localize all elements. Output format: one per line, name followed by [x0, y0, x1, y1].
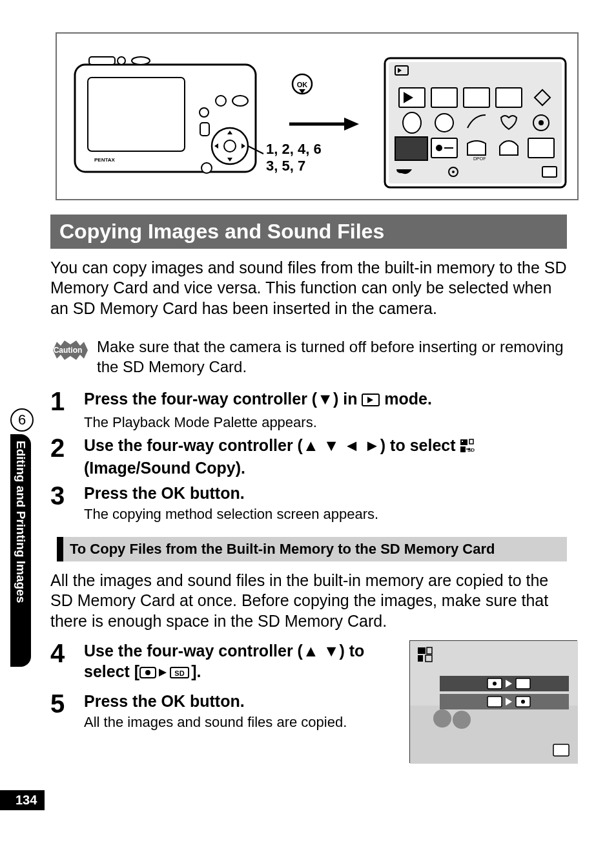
- svg-rect-46: [460, 439, 467, 445]
- step-3-title: Press the OK button.: [84, 483, 567, 504]
- svg-rect-70: [440, 694, 569, 709]
- svg-rect-49: [460, 446, 466, 452]
- svg-point-31: [539, 121, 543, 125]
- step-4-title: Use the four-way controller (▲ ▼) to sel…: [84, 640, 390, 684]
- svg-point-27: [403, 112, 421, 133]
- svg-rect-26: [496, 88, 522, 107]
- svg-rect-2: [89, 57, 115, 65]
- sub-body-paragraph: All the images and sound files in the bu…: [50, 571, 567, 631]
- svg-rect-25: [464, 88, 489, 107]
- svg-text:OK: OK: [297, 81, 308, 89]
- step-1-number: 1: [50, 388, 66, 431]
- svg-point-74: [521, 700, 525, 704]
- svg-point-4: [132, 57, 150, 65]
- svg-rect-47: [462, 441, 463, 442]
- up-triangle-icon: ▲: [303, 642, 319, 660]
- svg-point-67: [493, 682, 497, 686]
- right-triangle-icon: ►: [364, 436, 380, 454]
- step-3-number: 3: [50, 483, 66, 523]
- ok-button-label: OK: [161, 484, 186, 502]
- down-triangle-icon: ▼: [317, 390, 333, 408]
- svg-point-11: [201, 163, 212, 173]
- step-1-title: Press the four-way controller (▼) in mod…: [84, 388, 567, 412]
- text: button.: [185, 484, 245, 502]
- text: ) to select: [380, 436, 460, 454]
- page-number: 134: [0, 790, 45, 810]
- svg-point-8: [224, 140, 236, 152]
- svg-point-3: [118, 57, 125, 65]
- svg-text:DPOF: DPOF: [473, 156, 486, 161]
- svg-point-60: [453, 711, 471, 729]
- playback-mode-icon: [362, 390, 380, 412]
- text: Press the four-way controller (: [84, 390, 317, 408]
- svg-point-28: [435, 114, 453, 132]
- step-4-number: 4: [50, 640, 66, 684]
- svg-rect-24: [431, 88, 457, 107]
- down-triangle-icon: ▼: [323, 436, 340, 454]
- svg-rect-39: [528, 138, 554, 158]
- svg-point-59: [433, 709, 451, 728]
- text: (Image/Sound Copy).: [84, 459, 245, 477]
- step-5-sub: All the images and sound files are copie…: [84, 714, 390, 731]
- camera-diagram: PENTAX OK: [57, 34, 580, 202]
- copy-method-screenshot: [409, 640, 577, 763]
- step-3-sub: The copying method selection screen appe…: [84, 506, 567, 523]
- image-sound-copy-icon: SD: [460, 437, 475, 458]
- svg-point-10: [232, 96, 248, 106]
- caution-icon: Caution: [50, 337, 85, 364]
- memory-to-sd-icon: SD: [139, 663, 191, 684]
- step-2-number: 2: [50, 435, 66, 479]
- intro-paragraph: You can copy images and sound files from…: [50, 258, 567, 319]
- step-1-sub: The Playback Mode Palette appears.: [84, 414, 567, 431]
- ok-button-label: OK: [161, 692, 186, 710]
- diagram-callout-1: 1, 2, 4, 6: [266, 141, 322, 158]
- text: Press the: [84, 484, 161, 502]
- svg-point-9: [216, 96, 226, 106]
- svg-rect-63: [418, 655, 423, 662]
- down-triangle-icon: ▼: [323, 642, 340, 660]
- diagram-callout-2: 3, 5, 7: [266, 158, 305, 174]
- text: button.: [185, 692, 245, 710]
- svg-rect-69: [516, 678, 530, 689]
- text: Use the four-way controller (: [84, 436, 303, 454]
- svg-text:SD: SD: [175, 669, 185, 677]
- svg-rect-42: [542, 167, 557, 177]
- caution-label: Caution: [54, 346, 83, 355]
- step-5-title: Press the OK button.: [84, 691, 390, 712]
- svg-rect-6: [200, 123, 209, 136]
- svg-text:PENTAX: PENTAX: [94, 157, 116, 163]
- svg-marker-48: [469, 439, 473, 444]
- left-triangle-icon: ◄: [344, 436, 360, 454]
- caution-text: Make sure that the camera is turned off …: [97, 337, 567, 377]
- svg-text:SD: SD: [467, 447, 475, 453]
- text: ) in: [333, 390, 362, 408]
- diagram-frame: PENTAX OK: [56, 32, 579, 200]
- step-5-number: 5: [50, 691, 66, 731]
- svg-rect-75: [553, 744, 569, 756]
- chapter-tab: 6 Editing and Printing Images: [10, 408, 34, 667]
- svg-point-34: [436, 145, 442, 151]
- up-triangle-icon: ▲: [303, 436, 319, 454]
- svg-marker-17: [344, 118, 359, 131]
- svg-rect-65: [440, 676, 569, 691]
- text: Press the: [84, 692, 161, 710]
- svg-point-53: [145, 670, 150, 675]
- text: mode.: [380, 390, 432, 408]
- svg-point-5: [200, 108, 209, 117]
- chapter-title: Editing and Printing Images: [14, 441, 28, 667]
- text: Use the four-way controller (: [84, 642, 303, 660]
- subheading: To Copy Files from the Built-in Memory t…: [57, 537, 567, 561]
- svg-marker-54: [159, 669, 167, 676]
- svg-point-41: [452, 171, 455, 173]
- svg-rect-71: [488, 697, 502, 707]
- svg-rect-1: [88, 78, 185, 151]
- text: ].: [191, 662, 201, 680]
- svg-rect-61: [418, 647, 426, 654]
- svg-rect-32: [395, 137, 427, 160]
- chapter-number: 6: [10, 408, 34, 432]
- step-2-title: Use the four-way controller (▲ ▼ ◄ ►) to…: [84, 435, 567, 479]
- section-heading: Copying Images and Sound Files: [50, 215, 567, 249]
